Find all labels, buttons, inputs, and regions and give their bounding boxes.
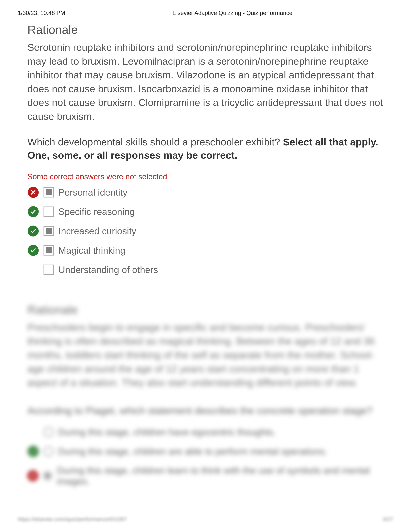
answer-list: Personal identity Specific reasoning: [28, 187, 383, 276]
x-icon: [28, 187, 39, 198]
answer-label: During this stage, children have egocent…: [58, 427, 276, 437]
answer-row: During this stage, children have egocent…: [28, 426, 383, 438]
header-title: Elsevier Adaptive Quizzing - Quiz perfor…: [172, 10, 292, 17]
answer-label: Specific reasoning: [58, 206, 135, 217]
answer-row: During this stage, children learn to thi…: [28, 465, 383, 486]
check-icon: [28, 226, 39, 237]
answer-label: Personal identity: [58, 187, 128, 198]
rationale-heading: Rationale: [28, 23, 383, 37]
answer-row: Increased curiosity: [28, 225, 383, 237]
radio[interactable]: [44, 427, 54, 437]
radio[interactable]: [44, 446, 54, 456]
footer-page: 3/27: [383, 516, 393, 522]
answer-label: During this stage, children learn to thi…: [57, 465, 383, 486]
question-stem: According to Piaget, which statement des…: [28, 404, 383, 417]
status-slot: [28, 426, 39, 438]
print-footer: https://elsevier.com/quiz/performance/0/…: [18, 516, 393, 522]
rationale-heading: Rationale: [28, 303, 383, 317]
status-slot: [28, 206, 39, 218]
checkbox[interactable]: [44, 265, 54, 275]
checkbox[interactable]: [44, 245, 54, 256]
status-slot: [28, 187, 39, 198]
answer-list: During this stage, children have egocent…: [28, 426, 383, 486]
question-stem-plain: Which developmental skills should a pres…: [28, 136, 283, 148]
status-slot: [28, 245, 39, 256]
question-stem: Which developmental skills should a pres…: [28, 135, 383, 162]
check-icon: [28, 206, 39, 217]
check-icon: [28, 245, 39, 256]
checkbox-fill-icon: [46, 228, 52, 234]
feedback-message: Some correct answers were not selected: [28, 172, 383, 181]
radio-dot-icon: [45, 473, 50, 478]
answer-row: Specific reasoning: [28, 206, 383, 218]
radio[interactable]: [43, 471, 52, 481]
content: Rationale Serotonin reuptake inhibitors …: [18, 23, 393, 486]
rationale-body: Serotonin reuptake inhibitors and seroto…: [28, 40, 383, 123]
status-slot: [28, 470, 38, 482]
answer-row: During this stage, children are able to …: [28, 446, 383, 457]
checkbox[interactable]: [44, 187, 54, 198]
checkbox-fill-icon: [46, 247, 52, 253]
answer-label: Magical thinking: [58, 245, 125, 256]
answer-row: Understanding of others: [28, 264, 383, 276]
rationale-body: Preschoolers begin to engage in specific…: [28, 321, 383, 390]
checkbox-fill-icon: [46, 189, 52, 195]
header-datetime: 1/30/23, 10:48 PM: [18, 10, 172, 17]
status-slot: [28, 264, 39, 276]
answer-label: During this stage, children are able to …: [58, 446, 327, 457]
footer-url: https://elsevier.com/quiz/performance/0/…: [18, 516, 127, 522]
check-icon: [28, 446, 39, 457]
answer-row: Magical thinking: [28, 245, 383, 256]
checkbox[interactable]: [44, 226, 54, 236]
blurred-preview: Rationale Preschoolers begin to engage i…: [28, 303, 383, 486]
answer-row: Personal identity: [28, 187, 383, 198]
answer-label: Increased curiosity: [58, 226, 136, 236]
print-header: 1/30/23, 10:48 PM Elsevier Adaptive Quiz…: [18, 10, 393, 17]
status-slot: [28, 446, 39, 457]
page: 1/30/23, 10:48 PM Elsevier Adaptive Quiz…: [0, 0, 411, 532]
x-icon: [28, 470, 38, 481]
answer-label: Understanding of others: [58, 264, 158, 275]
checkbox[interactable]: [44, 207, 54, 217]
status-slot: [28, 225, 39, 237]
